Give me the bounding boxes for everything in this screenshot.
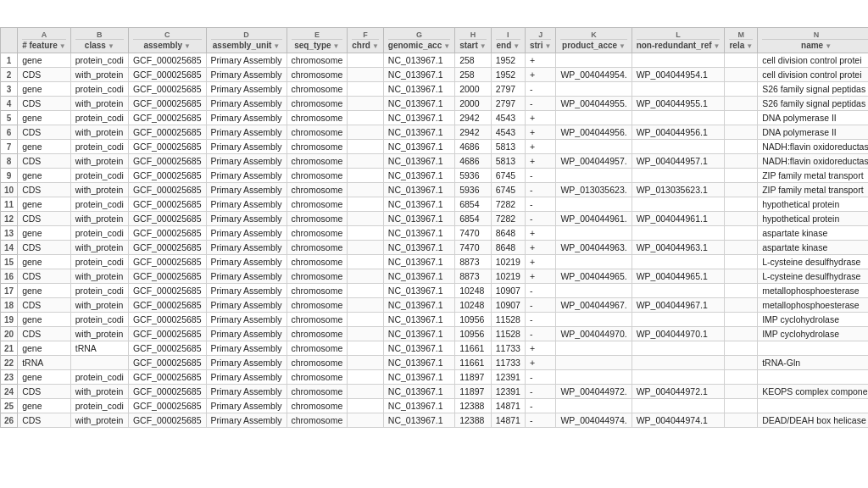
cell-genomic-acc: NC_013967.1 <box>383 212 454 226</box>
cell-end: 4543 <box>491 125 525 140</box>
cell-assembly: GCF_000025685 <box>128 370 206 385</box>
table-row: 22tRNAGCF_000025685Primary Assemblychrom… <box>1 356 869 370</box>
cell-end: 8648 <box>491 241 525 255</box>
cell-product-acce <box>556 140 632 154</box>
cell-non-redundant-ref <box>632 370 725 385</box>
cell-stri: - <box>525 197 555 212</box>
cell-non-redundant-ref <box>632 399 725 413</box>
cell-start: 12388 <box>455 399 492 413</box>
cell-genomic-acc: NC_013967.1 <box>383 82 454 97</box>
col-header-chrd[interactable]: Fchrd▼ <box>348 28 384 53</box>
table-wrapper[interactable]: A# feature▼Bclass▼Cassembly▼Dassembly_un… <box>0 27 868 428</box>
cell-assembly-unit: Primary Assembly <box>206 385 287 399</box>
cell-start: 7470 <box>455 226 492 241</box>
cell-assembly: GCF_000025685 <box>128 413 206 428</box>
cell---feature: gene <box>18 284 71 298</box>
cell-end: 2797 <box>491 82 525 97</box>
cell-chrd <box>348 97 384 111</box>
cell-name: aspartate kinase <box>758 241 868 255</box>
cell---feature: gene <box>18 370 71 385</box>
col-header-genomic-acc[interactable]: Ggenomic_acc▼ <box>383 28 454 53</box>
table-row: 18CDSwith_proteinGCF_000025685Primary As… <box>1 298 869 313</box>
cell-genomic-acc: NC_013967.1 <box>383 97 454 111</box>
col-header-end[interactable]: Iend▼ <box>491 28 525 53</box>
cell-end: 4543 <box>491 111 525 125</box>
cell-name: KEOPS complex componer <box>758 385 868 399</box>
cell-end: 5813 <box>491 154 525 169</box>
table-row: 25geneprotein_codiGCF_000025685Primary A… <box>1 399 869 413</box>
cell-stri: - <box>525 97 555 111</box>
cell-non-redundant-ref <box>632 111 725 125</box>
cell-chrd <box>348 413 384 428</box>
cell-non-redundant-ref <box>632 53 725 68</box>
cell-assembly: GCF_000025685 <box>128 169 206 183</box>
col-header---feature[interactable]: A# feature▼ <box>18 28 71 53</box>
cell-start: 5936 <box>455 183 492 197</box>
cell-class: with_protein <box>70 385 128 399</box>
cell-class: with_protein <box>70 212 128 226</box>
cell-class <box>70 356 128 370</box>
cell---feature: CDS <box>18 154 71 169</box>
row-number: 22 <box>1 356 18 370</box>
cell-rela <box>725 298 758 313</box>
cell-start: 2942 <box>455 111 492 125</box>
cell-assembly: GCF_000025685 <box>128 313 206 327</box>
cell-class: protein_codi <box>70 226 128 241</box>
cell-assembly-unit: Primary Assembly <box>206 241 287 255</box>
cell-chrd <box>348 341 384 356</box>
cell-name: cell division control protei <box>758 53 868 68</box>
table-row: 3geneprotein_codiGCF_000025685Primary As… <box>1 82 869 97</box>
row-number: 15 <box>1 255 18 269</box>
cell-assembly-unit: Primary Assembly <box>206 284 287 298</box>
cell-start: 7470 <box>455 241 492 255</box>
cell---feature: gene <box>18 399 71 413</box>
cell-assembly-unit: Primary Assembly <box>206 399 287 413</box>
table-row: 1geneprotein_codiGCF_000025685Primary As… <box>1 53 869 68</box>
col-header-name[interactable]: Nname▼ <box>758 28 868 53</box>
cell-genomic-acc: NC_013967.1 <box>383 327 454 341</box>
col-header-seq-type[interactable]: Eseq_type▼ <box>287 28 348 53</box>
cell-name: L-cysteine desulfhydrase <box>758 255 868 269</box>
col-header-non-redundant-ref[interactable]: Lnon-redundant_ref▼ <box>632 28 725 53</box>
cell-assembly: GCF_000025685 <box>128 197 206 212</box>
col-header-class[interactable]: Bclass▼ <box>70 28 128 53</box>
cell-end: 5813 <box>491 140 525 154</box>
cell-rela <box>725 284 758 298</box>
table-row: 17geneprotein_codiGCF_000025685Primary A… <box>1 284 869 298</box>
col-header-stri[interactable]: Jstri▼ <box>525 28 555 53</box>
col-header-assembly[interactable]: Cassembly▼ <box>128 28 206 53</box>
cell-class: with_protein <box>70 68 128 82</box>
cell-chrd <box>348 399 384 413</box>
cell-product-acce <box>556 53 632 68</box>
cell-rela <box>725 197 758 212</box>
col-header-product-acce[interactable]: Kproduct_acce▼ <box>556 28 632 53</box>
col-header-rela[interactable]: Mrela▼ <box>725 28 758 53</box>
cell-genomic-acc: NC_013967.1 <box>383 298 454 313</box>
cell-end: 10907 <box>491 284 525 298</box>
cell-rela <box>725 183 758 197</box>
cell-stri: + <box>525 269 555 284</box>
cell-genomic-acc: NC_013967.1 <box>383 154 454 169</box>
cell-seq-type: chromosome <box>287 255 348 269</box>
cell-seq-type: chromosome <box>287 53 348 68</box>
cell-assembly-unit: Primary Assembly <box>206 125 287 140</box>
cell-assembly: GCF_000025685 <box>128 341 206 356</box>
cell-stri: - <box>525 284 555 298</box>
cell-end: 2797 <box>491 97 525 111</box>
cell-start: 12388 <box>455 413 492 428</box>
col-header-assembly-unit[interactable]: Dassembly_unit▼ <box>206 28 287 53</box>
cell---feature: CDS <box>18 68 71 82</box>
cell-non-redundant-ref <box>632 284 725 298</box>
cell---feature: CDS <box>18 241 71 255</box>
row-number: 10 <box>1 183 18 197</box>
cell-chrd <box>348 385 384 399</box>
cell-product-acce: WP_004044955. <box>556 97 632 111</box>
cell-assembly-unit: Primary Assembly <box>206 327 287 341</box>
cell-class: with_protein <box>70 154 128 169</box>
cell-name: aspartate kinase <box>758 226 868 241</box>
cell-assembly: GCF_000025685 <box>128 241 206 255</box>
cell-name: DNA polymerase II <box>758 125 868 140</box>
col-header-start[interactable]: Hstart▼ <box>455 28 492 53</box>
cell-name: NADH:flavin oxidoreductas <box>758 140 868 154</box>
cell-chrd <box>348 241 384 255</box>
